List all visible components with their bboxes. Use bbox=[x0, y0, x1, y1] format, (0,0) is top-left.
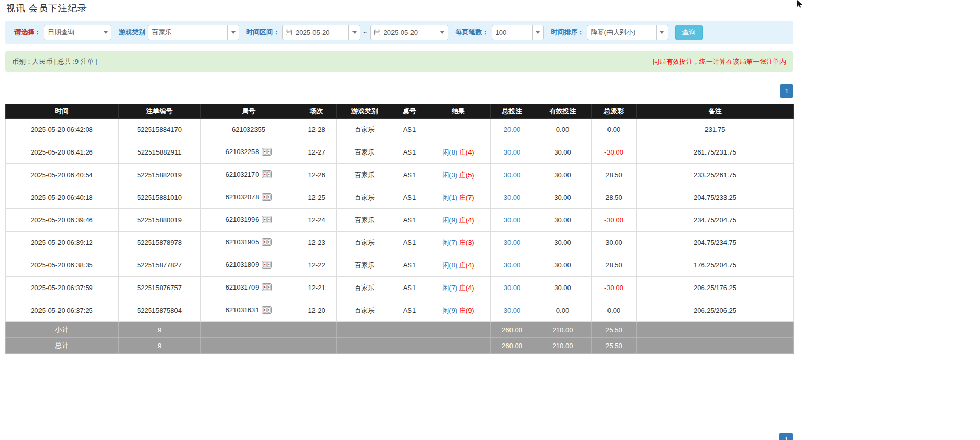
sort-order-dropdown-button[interactable] bbox=[656, 25, 668, 40]
cell-table-no: AS1 bbox=[393, 164, 426, 186]
cell-total-bet: 30.00 bbox=[491, 277, 534, 299]
table-row: 2025-05-20 06:42:08522515884170621032355… bbox=[6, 119, 794, 141]
sort-order-label: 时间排序： bbox=[551, 28, 584, 37]
cell-payout: 28.50 bbox=[592, 186, 637, 209]
date-to-input[interactable] bbox=[380, 29, 437, 36]
round-result-icon[interactable] bbox=[262, 148, 272, 157]
cell-payout: 28.50 bbox=[592, 164, 637, 186]
game-type-label: 游戏类别 bbox=[119, 28, 145, 37]
footer-empty-cell bbox=[426, 338, 491, 354]
caret-down-icon bbox=[231, 31, 236, 34]
cell-session: 12-21 bbox=[297, 277, 337, 299]
total-bet-link[interactable]: 30.00 bbox=[504, 171, 521, 179]
cell-remark: 231.75 bbox=[637, 119, 794, 141]
cell-result: 闲(9) 庄(9) bbox=[426, 299, 491, 322]
footer-total-bet: 260.00 bbox=[491, 322, 534, 338]
search-button[interactable]: 查询 bbox=[675, 25, 703, 40]
cell-total-bet: 30.00 bbox=[491, 254, 534, 277]
payout-value: -30.00 bbox=[604, 148, 623, 156]
table-row: 2025-05-20 06:39:46522515880019621031996… bbox=[6, 209, 794, 232]
total-bet-link[interactable]: 30.00 bbox=[504, 216, 521, 224]
caret-down-icon bbox=[660, 31, 664, 34]
total-bet-link[interactable]: 30.00 bbox=[504, 148, 521, 156]
payout-value: 28.50 bbox=[605, 171, 622, 179]
cell-game-type: 百家乐 bbox=[337, 254, 393, 277]
cell-total-bet: 30.00 bbox=[491, 186, 534, 209]
cell-table-no: AS1 bbox=[393, 141, 426, 164]
cell-order-id: 522515877827 bbox=[119, 254, 201, 277]
footer-empty-cell bbox=[297, 322, 337, 338]
cell-time: 2025-05-20 06:40:54 bbox=[6, 164, 119, 186]
round-id-text: 621032258 bbox=[225, 148, 259, 156]
subtotal-row: 小计 9 260.00 210.00 25.50 bbox=[6, 322, 794, 338]
round-result-icon[interactable] bbox=[262, 216, 272, 225]
sort-order-input[interactable] bbox=[587, 29, 656, 36]
date-to-dropdown-button[interactable] bbox=[437, 25, 448, 40]
cell-valid-bet: 30.00 bbox=[534, 277, 592, 299]
calendar-icon bbox=[374, 29, 380, 35]
cell-time: 2025-05-20 06:41:26 bbox=[6, 141, 119, 164]
cell-valid-bet: 30.00 bbox=[534, 186, 592, 209]
date-from-dropdown-button[interactable] bbox=[348, 25, 360, 40]
cell-order-id: 522515876757 bbox=[119, 277, 201, 299]
payout-value: -30.00 bbox=[604, 216, 623, 224]
round-id-text: 621032170 bbox=[225, 170, 259, 178]
caret-down-icon bbox=[352, 31, 357, 34]
cell-session: 12-25 bbox=[297, 186, 337, 209]
cell-remark: 206.25/206.25 bbox=[637, 299, 794, 322]
per-page-label: 每页笔数： bbox=[456, 28, 489, 37]
total-bet-link[interactable]: 30.00 bbox=[504, 194, 521, 201]
select-type-label: 请选择： bbox=[14, 28, 41, 37]
cell-round-id: 621032078 bbox=[201, 186, 297, 209]
per-page-input[interactable] bbox=[492, 29, 532, 36]
select-type-dropdown-button[interactable] bbox=[100, 25, 111, 40]
cell-payout: 0.00 bbox=[592, 119, 637, 141]
date-to-combobox bbox=[370, 25, 448, 40]
game-type-dropdown-button[interactable] bbox=[227, 25, 239, 40]
footer-empty-cell bbox=[426, 322, 491, 338]
footer-empty-cell bbox=[201, 338, 297, 354]
col-header-game-type: 游戏类别 bbox=[337, 104, 393, 119]
round-id-text: 621031809 bbox=[225, 261, 259, 269]
table-row: 2025-05-20 06:37:59522515876757621031709… bbox=[6, 277, 794, 299]
cell-time: 2025-05-20 06:38:35 bbox=[6, 254, 119, 277]
round-result-icon[interactable] bbox=[262, 306, 272, 315]
cell-valid-bet: 0.00 bbox=[534, 119, 592, 141]
col-header-remark: 备注 bbox=[637, 104, 794, 119]
total-bet-link[interactable]: 30.00 bbox=[504, 261, 521, 269]
round-result-icon[interactable] bbox=[262, 238, 272, 247]
footer-valid-bet: 210.00 bbox=[534, 338, 592, 354]
select-type-input[interactable] bbox=[44, 29, 100, 36]
round-result-icon[interactable] bbox=[262, 261, 272, 270]
total-bet-link[interactable]: 30.00 bbox=[504, 239, 521, 246]
pagination-bottom: 1 bbox=[779, 433, 793, 440]
cell-payout: -30.00 bbox=[592, 141, 637, 164]
range-separator: ~ bbox=[363, 29, 367, 36]
round-result-icon[interactable] bbox=[262, 170, 272, 180]
page-title: 视讯 会员下注纪录 bbox=[5, 1, 793, 21]
per-page-dropdown-button[interactable] bbox=[532, 25, 543, 40]
cell-result: 闲(1) 庄(7) bbox=[426, 186, 491, 209]
table-row: 2025-05-20 06:40:54522515882019621032170… bbox=[6, 164, 794, 186]
cell-round-id: 621031996 bbox=[201, 209, 297, 232]
total-bet-link[interactable]: 20.00 bbox=[504, 126, 521, 133]
total-bet-link[interactable]: 30.00 bbox=[504, 307, 521, 314]
cell-order-id: 522515882911 bbox=[119, 141, 201, 164]
date-from-input[interactable] bbox=[292, 29, 348, 36]
round-result-icon[interactable] bbox=[262, 283, 272, 293]
total-bet-link[interactable]: 30.00 bbox=[504, 284, 521, 292]
game-type-input[interactable] bbox=[148, 29, 227, 36]
cell-order-id: 522515881010 bbox=[119, 186, 201, 209]
col-header-total-bet: 总投注 bbox=[491, 104, 534, 119]
round-result-icon[interactable] bbox=[262, 193, 272, 202]
footer-empty-cell bbox=[637, 322, 794, 338]
cell-valid-bet: 30.00 bbox=[534, 254, 592, 277]
cell-game-type: 百家乐 bbox=[337, 164, 393, 186]
cell-table-no: AS1 bbox=[393, 277, 426, 299]
cell-game-type: 百家乐 bbox=[337, 277, 393, 299]
select-type-combobox bbox=[44, 25, 111, 40]
page-button-1[interactable]: 1 bbox=[780, 84, 793, 98]
result-player: 闲(0) bbox=[442, 261, 457, 269]
cell-session: 12-20 bbox=[297, 299, 337, 322]
page-button-1-bottom[interactable]: 1 bbox=[779, 433, 793, 440]
